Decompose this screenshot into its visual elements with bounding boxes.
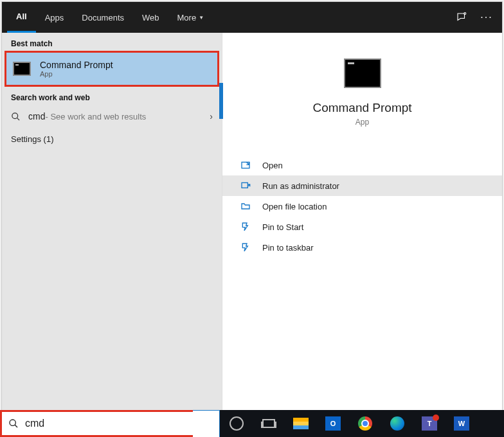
teams-icon: T [422, 416, 437, 431]
search-body: Best match Command Prompt App Search wor… [2, 33, 502, 434]
folder-icon [240, 201, 252, 211]
search-tabs: All Apps Documents Web More▼ ··· [2, 2, 502, 33]
taskbar-file-explorer[interactable] [287, 410, 315, 437]
open-icon [240, 160, 252, 170]
preview-subtitle: App [356, 118, 369, 127]
chevron-right-icon: › [210, 111, 213, 121]
search-web-query: cmd [28, 111, 45, 121]
svg-line-6 [15, 425, 17, 427]
svg-point-0 [464, 13, 466, 15]
taskbar-teams[interactable]: T [415, 410, 444, 437]
action-pin-start[interactable]: Pin to Start [222, 217, 502, 237]
tab-all[interactable]: All [7, 2, 36, 33]
taskbar-word[interactable]: W [447, 410, 476, 437]
svg-point-5 [10, 420, 15, 425]
command-prompt-icon [13, 62, 31, 76]
best-match-item[interactable]: Command Prompt App [4, 51, 219, 87]
taskbar-task-view[interactable] [255, 410, 283, 437]
more-options-icon[interactable]: ··· [476, 12, 497, 23]
start-search-window: All Apps Documents Web More▼ ··· Best ma… [1, 1, 503, 434]
settings-category[interactable]: Settings (1) [2, 128, 222, 150]
taskbar-edge[interactable] [383, 410, 411, 437]
word-icon: W [454, 416, 469, 431]
notification-badge-icon [433, 415, 439, 421]
action-open[interactable]: Open [222, 155, 502, 175]
edge-icon [390, 416, 404, 431]
svg-rect-4 [242, 183, 248, 188]
tab-apps[interactable]: Apps [36, 2, 73, 33]
taskbar-outlook[interactable]: O [319, 410, 347, 437]
action-pin-start-label: Pin to Start [262, 222, 303, 232]
action-open-label: Open [262, 161, 283, 170]
action-run-as-admin[interactable]: Run as administrator [222, 175, 502, 196]
admin-shield-icon [240, 181, 252, 191]
cortana-icon [230, 416, 244, 431]
taskbar-cortana[interactable] [222, 410, 251, 437]
search-web-item[interactable]: cmd - See work and web results › [2, 105, 222, 128]
feedback-icon[interactable] [456, 12, 476, 23]
action-run-as-admin-label: Run as administrator [262, 181, 339, 191]
action-pin-taskbar-label: Pin to taskbar [262, 243, 314, 253]
search-input-value: cmd [25, 418, 44, 429]
tab-more[interactable]: More▼ [168, 2, 213, 33]
chrome-icon [358, 416, 372, 431]
preview-actions: Open Run as administrator Open file loca… [222, 155, 502, 258]
tab-documents[interactable]: Documents [73, 2, 133, 33]
taskbar: O T W [220, 410, 504, 437]
selection-indicator [219, 83, 223, 119]
results-pane: Best match Command Prompt App Search wor… [2, 33, 222, 434]
task-view-icon [262, 419, 275, 428]
search-box-gap [193, 410, 220, 437]
chevron-down-icon: ▼ [199, 15, 204, 21]
action-open-location-label: Open file location [262, 202, 327, 211]
search-web-heading: Search work and web [2, 87, 222, 105]
svg-point-1 [12, 112, 18, 118]
preview-title: Command Prompt [312, 101, 411, 115]
svg-line-2 [17, 118, 19, 120]
action-open-location[interactable]: Open file location [222, 196, 502, 217]
preview-pane: Command Prompt App Open Run as administr… [222, 33, 502, 434]
tab-web[interactable]: Web [133, 2, 168, 33]
search-box-area: cmd [0, 410, 220, 437]
search-web-suffix: - See work and web results [45, 112, 146, 121]
search-input[interactable]: cmd [0, 410, 193, 437]
best-match-subtitle: App [40, 70, 113, 78]
outlook-icon: O [325, 416, 341, 431]
pin-icon [240, 242, 252, 253]
search-icon [8, 418, 19, 429]
action-pin-taskbar[interactable]: Pin to taskbar [222, 237, 502, 258]
search-icon [11, 112, 21, 121]
best-match-title: Command Prompt [40, 60, 113, 70]
taskbar-chrome[interactable] [351, 410, 379, 437]
file-explorer-icon [293, 418, 309, 429]
pin-icon [240, 222, 252, 232]
command-prompt-icon-large [344, 58, 381, 88]
best-match-heading: Best match [2, 33, 222, 51]
